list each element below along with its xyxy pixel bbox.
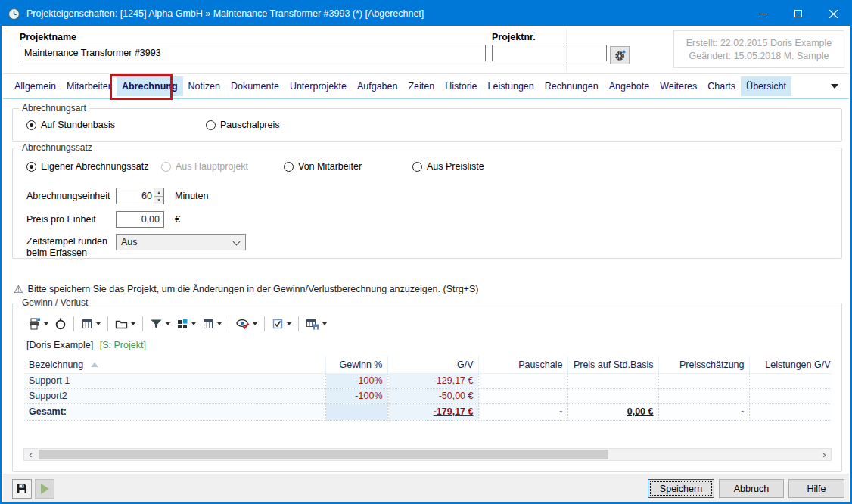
abrechnungsart-legend: Abrechnungsart (19, 103, 89, 114)
gv-row-support1[interactable]: Support 1 -100% -129,17 € (24, 373, 831, 388)
radio-von-mitarbeiter[interactable]: Von Mitarbeiter (284, 161, 412, 172)
projektname-label: Projektname (20, 32, 486, 42)
toolbar-separator (73, 316, 74, 331)
tab-angebote[interactable]: Angebote (604, 76, 655, 96)
calculation-mode-button[interactable] (199, 316, 225, 332)
spin-up-icon[interactable]: ▲ (154, 188, 163, 197)
gear-icon (614, 49, 627, 62)
gv-table: Bezeichnung Gewinn % G/V Pauschale Preis… (24, 356, 831, 421)
preis-pro-einheit-input[interactable]: 0,00 (116, 211, 164, 228)
window-title: Projekteigenschaften: [1245] Alpha GmbH … (26, 8, 424, 19)
gv-row-gesamt[interactable]: Gesamt: -179,17 € - 0,00 € - (24, 403, 831, 420)
radio-pauschalpreis[interactable]: Pauschalpreis (206, 120, 280, 130)
project-number-settings-button[interactable] (610, 46, 630, 64)
radio-unselected-icon (412, 162, 422, 172)
header-section: Projektname Projektnr. Erstellt: 22.02.2… (3, 26, 849, 74)
maximize-button[interactable] (781, 2, 816, 26)
dropdown-caret-icon[interactable] (131, 322, 135, 325)
dropdown-caret-icon[interactable] (253, 322, 257, 325)
abrechnungseinheit-label: Abrechnungseinheit (26, 191, 110, 201)
minimize-button[interactable] (746, 2, 781, 26)
radio-aus-preisliste[interactable]: Aus Preisliste (412, 161, 484, 172)
close-button[interactable] (816, 2, 850, 26)
dropdown-caret-icon[interactable] (96, 322, 101, 325)
tab-historie[interactable]: Historie (440, 76, 482, 96)
col-gv[interactable]: G/V (387, 356, 478, 373)
tab-mitarbeiter[interactable]: Mitarbeiter (61, 76, 117, 96)
dropdown-caret-icon[interactable] (44, 322, 48, 325)
radio-eigener-abrechnungssatz[interactable]: Eigener Abrechnungssatz (26, 161, 161, 172)
gv-horizontal-scrollbar[interactable]: ‹ › (23, 448, 832, 461)
scrollbar-thumb[interactable] (39, 450, 608, 459)
calculation-button[interactable] (78, 316, 104, 332)
toolbar-separator (298, 316, 299, 331)
dropdown-caret-icon[interactable] (217, 322, 222, 325)
projektnr-input[interactable] (492, 45, 607, 61)
tab-overflow-chevron-icon[interactable] (831, 84, 838, 89)
gv-row-support2[interactable]: Support2 -100% -50,00 € (24, 388, 831, 403)
col-preisschaetzung[interactable]: Preisschätzung (658, 356, 749, 373)
layout-button[interactable] (173, 316, 199, 332)
tab-notizen[interactable]: Notizen (183, 76, 225, 96)
scrollbar-track[interactable] (37, 449, 818, 460)
projektname-input[interactable] (20, 45, 486, 61)
tab-abrechnung[interactable]: Abrechnung (117, 76, 183, 96)
speichern-button[interactable]: Speichern (648, 479, 714, 498)
run-button[interactable] (35, 479, 54, 499)
col-preis-std-basis[interactable]: Preis auf Std.Basis (567, 356, 658, 373)
tab-weiteres[interactable]: Weiteres (655, 76, 702, 96)
refresh-button[interactable] (51, 316, 70, 332)
col-gewinn-pct[interactable]: Gewinn % (325, 356, 387, 373)
zeitstempel-runden-dropdown[interactable]: Aus (116, 234, 246, 250)
tab-zeiten[interactable]: Zeiten (403, 76, 440, 96)
tab-uebersicht[interactable]: Übersicht (741, 76, 791, 96)
checkbox-options-icon (272, 318, 284, 330)
quick-save-button[interactable] (12, 479, 32, 499)
spin-down-icon[interactable]: ▼ (154, 197, 163, 204)
tab-bar: Allgemein Mitarbeiter Abrechnung Notizen… (3, 75, 849, 99)
tab-aufgaben[interactable]: Aufgaben (352, 76, 403, 96)
title-bar: Projekteigenschaften: [1245] Alpha GmbH … (2, 2, 850, 26)
close-icon (829, 10, 838, 18)
tab-unterprojekte[interactable]: Unterprojekte (285, 76, 352, 96)
audit-info-panel: Erstellt: 22.02.2015 Doris Example Geänd… (673, 30, 844, 68)
abrechnungssatz-legend: Abrechnungssatz (19, 142, 95, 153)
tab-dokumente[interactable]: Dokumente (225, 76, 285, 96)
radio-aus-hauptprojekt: Aus Hauptprojekt (161, 161, 284, 172)
clock-icon (8, 8, 20, 20)
radio-auf-stundenbasis[interactable]: Auf Stundenbasis (26, 120, 115, 130)
radio-selected-icon (26, 120, 36, 130)
abrechnungseinheit-stepper[interactable]: 60 ▲ ▼ (116, 188, 164, 204)
open-folder-button[interactable] (112, 316, 138, 332)
col-pauschale[interactable]: Pauschale (478, 356, 567, 373)
radio-unselected-icon (206, 120, 216, 130)
print-button[interactable] (25, 316, 51, 332)
warning-text: Bitte speichern Sie das Projekt, um die … (28, 284, 479, 294)
tab-allgemein[interactable]: Allgemein (9, 76, 61, 96)
tab-charts[interactable]: Charts (702, 76, 741, 96)
tab-leistungen[interactable]: Leistungen (483, 76, 539, 96)
floppy-icon (16, 483, 28, 495)
refresh-timer-icon (54, 318, 67, 330)
radio-unselected-icon (284, 162, 294, 172)
dropdown-caret-icon[interactable] (191, 322, 196, 325)
options-button[interactable] (269, 316, 294, 332)
scroll-right-icon[interactable]: › (818, 449, 831, 460)
hilfe-button[interactable]: Hilfe (788, 479, 844, 498)
tab-rechnungen[interactable]: Rechnungen (539, 76, 604, 96)
dropdown-caret-icon[interactable] (166, 322, 170, 325)
filter-button[interactable] (147, 316, 173, 332)
visibility-button[interactable] (233, 316, 260, 332)
calc-table-icon (81, 318, 93, 330)
chevron-down-icon (233, 238, 241, 246)
calc-table-alt-icon (202, 318, 214, 330)
col-bezeichnung[interactable]: Bezeichnung (24, 356, 325, 373)
abbruch-button[interactable]: Abbruch (719, 479, 784, 498)
col-leistungen-gv[interactable]: Leistungen G/V (749, 356, 831, 373)
scroll-left-icon[interactable]: ‹ (24, 449, 37, 460)
dropdown-caret-icon[interactable] (287, 322, 291, 325)
abrechnungssatz-group: Abrechnungssatz Eigener Abrechnungssatz … (12, 148, 842, 259)
export-table-button[interactable] (303, 316, 330, 332)
toolbar-separator (229, 316, 229, 331)
dropdown-caret-icon[interactable] (322, 322, 327, 325)
